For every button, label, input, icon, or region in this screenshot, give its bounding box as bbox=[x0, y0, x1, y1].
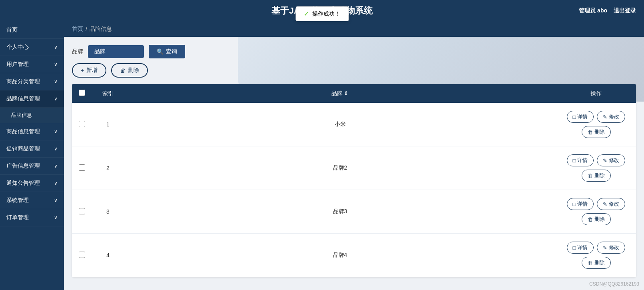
row-delete-icon: 🗑 bbox=[588, 129, 593, 135]
brand-table-wrapper: 索引 品牌 ⇕ 操作 bbox=[72, 84, 636, 277]
table-row: 1 小米 □ 详情 ✎ 修改 🗑 删除 bbox=[72, 103, 636, 146]
sidebar-item-order-mgmt[interactable]: 订单管理 ∨ bbox=[0, 209, 64, 226]
row-checkbox[interactable] bbox=[79, 208, 85, 214]
row-action-bottom-row: 🗑 删除 bbox=[582, 170, 611, 182]
edit-icon: ✎ bbox=[603, 158, 607, 164]
select-all-checkbox[interactable] bbox=[79, 90, 85, 96]
detail-button[interactable]: □ 详情 bbox=[567, 198, 594, 210]
row-operations-cell: □ 详情 ✎ 修改 🗑 删除 bbox=[556, 103, 636, 146]
edit-button[interactable]: ✎ 修改 bbox=[597, 154, 625, 166]
detail-button[interactable]: □ 详情 bbox=[567, 154, 594, 166]
logout-button[interactable]: 退出登录 bbox=[614, 7, 636, 14]
header-checkbox-col bbox=[72, 84, 92, 103]
row-action-top-row: □ 详情 ✎ 修改 bbox=[567, 111, 626, 123]
detail-button[interactable]: □ 详情 bbox=[567, 242, 594, 254]
row-brand-cell: 品牌2 bbox=[124, 146, 556, 190]
edit-label: 修改 bbox=[609, 157, 619, 164]
sidebar: 首页 个人中心 ∨ 用户管理 ∨ 商品分类管理 ∨ 品牌信息管理 ∨ 品牌信息 … bbox=[0, 22, 64, 290]
row-action-bottom-row: 🗑 删除 bbox=[582, 213, 611, 225]
edit-button[interactable]: ✎ 修改 bbox=[597, 198, 625, 210]
sidebar-item-home[interactable]: 首页 bbox=[0, 22, 64, 39]
sidebar-item-product-mgmt[interactable]: 商品信息管理 ∨ bbox=[0, 123, 64, 140]
row-delete-icon: 🗑 bbox=[588, 216, 593, 222]
row-checkbox-cell bbox=[72, 234, 92, 277]
toast-message: 操作成功！ bbox=[312, 10, 340, 18]
filter-bar: 品牌 🔍 查询 bbox=[64, 37, 644, 63]
chevron-down-icon: ∨ bbox=[54, 146, 58, 152]
sidebar-item-ad-mgmt[interactable]: 广告信息管理 ∨ bbox=[0, 158, 64, 175]
row-delete-label: 删除 bbox=[594, 259, 605, 266]
row-index-cell: 2 bbox=[92, 146, 124, 190]
header-brand-col[interactable]: 品牌 ⇕ bbox=[124, 84, 556, 103]
row-delete-label: 删除 bbox=[594, 172, 605, 179]
row-brand-cell: 品牌3 bbox=[124, 190, 556, 234]
row-delete-button[interactable]: 🗑 删除 bbox=[582, 213, 611, 225]
success-toast: ✓ 操作成功！ bbox=[295, 6, 349, 21]
sidebar-promo-mgmt-label: 促销商品管理 bbox=[6, 145, 40, 152]
toast-success-icon: ✓ bbox=[304, 10, 309, 18]
sidebar-item-sys-mgmt[interactable]: 系统管理 ∨ bbox=[0, 192, 64, 209]
chevron-down-icon: ∨ bbox=[54, 198, 58, 203]
sidebar-user-mgmt-label: 用户管理 bbox=[6, 61, 29, 68]
row-delete-button[interactable]: 🗑 删除 bbox=[582, 126, 611, 138]
table-header-row: 索引 品牌 ⇕ 操作 bbox=[72, 84, 636, 103]
filter-brand-label: 品牌 bbox=[72, 48, 83, 55]
row-index-cell: 3 bbox=[92, 190, 124, 234]
row-checkbox[interactable] bbox=[79, 164, 85, 171]
sidebar-personal-label: 个人中心 bbox=[6, 44, 29, 51]
row-action-buttons: □ 详情 ✎ 修改 🗑 删除 bbox=[562, 242, 630, 269]
chevron-down-icon: ∨ bbox=[54, 129, 58, 134]
breadcrumb-current: 品牌信息 bbox=[90, 26, 112, 33]
sidebar-item-user-mgmt[interactable]: 用户管理 ∨ bbox=[0, 56, 64, 73]
chevron-down-icon: ∨ bbox=[54, 79, 58, 84]
sidebar-item-brand-mgmt[interactable]: 品牌信息管理 ∨ bbox=[0, 90, 64, 108]
detail-button[interactable]: □ 详情 bbox=[567, 111, 594, 123]
row-action-top-row: □ 详情 ✎ 修改 bbox=[567, 242, 626, 254]
search-icon: 🔍 bbox=[157, 48, 163, 55]
sidebar-item-category-mgmt[interactable]: 商品分类管理 ∨ bbox=[0, 73, 64, 90]
edit-icon: ✎ bbox=[603, 245, 607, 251]
edit-button[interactable]: ✎ 修改 bbox=[597, 111, 625, 123]
add-button-label: 新增 bbox=[86, 67, 98, 74]
delete-icon: 🗑 bbox=[120, 67, 126, 74]
sidebar-notice-mgmt-label: 通知公告管理 bbox=[6, 180, 40, 187]
add-button[interactable]: + 新增 bbox=[72, 63, 106, 78]
sidebar-item-brand-info[interactable]: 品牌信息 bbox=[0, 108, 64, 123]
row-action-buttons: □ 详情 ✎ 修改 🗑 删除 bbox=[562, 111, 630, 138]
brand-table: 索引 品牌 ⇕ 操作 bbox=[72, 84, 636, 277]
brand-search-input[interactable] bbox=[88, 45, 144, 58]
sidebar-brand-info-label: 品牌信息 bbox=[11, 112, 32, 118]
header-operations-label: 操作 bbox=[590, 90, 602, 96]
batch-delete-button[interactable]: 🗑 删除 bbox=[111, 63, 148, 78]
edit-label: 修改 bbox=[609, 113, 619, 120]
table-row: 4 品牌4 □ 详情 ✎ 修改 🗑 删除 bbox=[72, 234, 636, 277]
sidebar-order-mgmt-label: 订单管理 bbox=[6, 214, 29, 221]
sidebar-item-notice-mgmt[interactable]: 通知公告管理 ∨ bbox=[0, 175, 64, 192]
content-area: 首页 / 品牌信息 品牌 🔍 查询 + 新增 🗑 bbox=[64, 22, 644, 277]
row-brand-cell: 品牌4 bbox=[124, 234, 556, 277]
chevron-down-icon: ∨ bbox=[54, 96, 58, 102]
breadcrumb-home-link[interactable]: 首页 bbox=[72, 26, 83, 33]
row-delete-button[interactable]: 🗑 删除 bbox=[582, 257, 611, 269]
table-row: 3 品牌3 □ 详情 ✎ 修改 🗑 删除 bbox=[72, 190, 636, 234]
row-delete-label: 删除 bbox=[594, 216, 605, 223]
row-action-top-row: □ 详情 ✎ 修改 bbox=[567, 198, 626, 210]
row-delete-button[interactable]: 🗑 删除 bbox=[582, 170, 611, 182]
detail-label: 详情 bbox=[577, 244, 588, 251]
sidebar-ad-mgmt-label: 广告信息管理 bbox=[6, 162, 40, 170]
row-brand-cell: 小米 bbox=[124, 103, 556, 146]
edit-button[interactable]: ✎ 修改 bbox=[597, 242, 625, 254]
sidebar-item-personal[interactable]: 个人中心 ∨ bbox=[0, 39, 64, 56]
row-checkbox-cell bbox=[72, 146, 92, 190]
detail-label: 详情 bbox=[577, 157, 588, 164]
row-delete-label: 删除 bbox=[594, 128, 605, 136]
detail-label: 详情 bbox=[577, 113, 588, 120]
sidebar-item-promo-mgmt[interactable]: 促销商品管理 ∨ bbox=[0, 140, 64, 158]
detail-label: 详情 bbox=[577, 200, 588, 208]
edit-label: 修改 bbox=[609, 200, 619, 208]
user-label: 管理员 abo bbox=[579, 7, 607, 14]
row-checkbox[interactable] bbox=[79, 121, 85, 127]
chevron-down-icon: ∨ bbox=[54, 44, 58, 50]
query-button[interactable]: 🔍 查询 bbox=[149, 45, 185, 58]
row-checkbox[interactable] bbox=[79, 252, 85, 258]
